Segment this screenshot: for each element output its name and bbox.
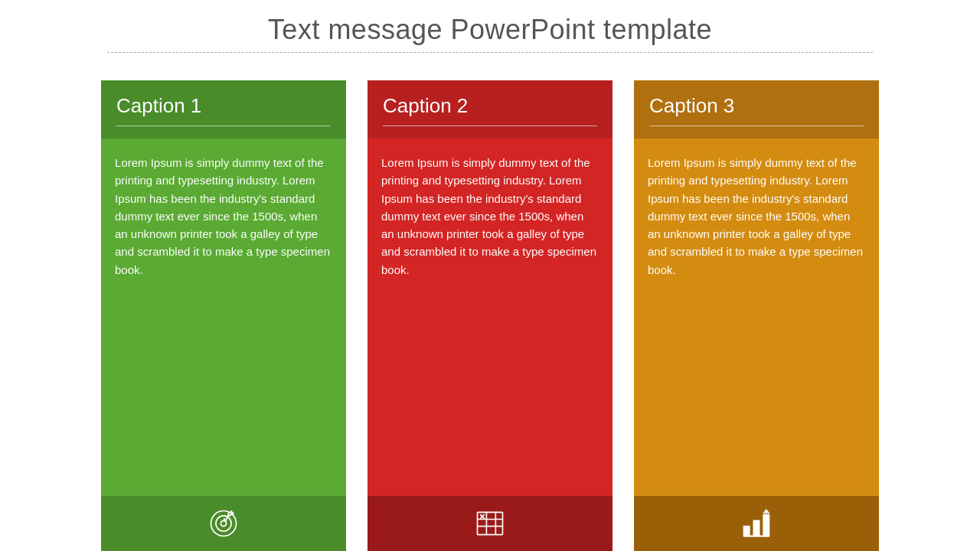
svg-rect-12	[753, 520, 759, 536]
svg-rect-13	[763, 515, 769, 536]
card-3-divider	[649, 126, 864, 126]
card-3-title: Caption 3	[649, 94, 864, 118]
target-icon	[205, 505, 242, 542]
svg-rect-11	[744, 527, 750, 536]
card-1-body: Lorem Ipsum is simply dummy text of the …	[101, 139, 346, 496]
card-1-header: Caption 1	[101, 80, 346, 139]
card-2-header: Caption 2	[368, 80, 612, 139]
grid-icon	[472, 505, 508, 542]
card-3-header: Caption 3	[634, 80, 879, 139]
card-1-divider	[116, 126, 331, 126]
card-2-footer	[368, 496, 612, 551]
cards-container: Caption 1 Lorem Ipsum is simply dummy te…	[0, 57, 980, 551]
card-1: Caption 1 Lorem Ipsum is simply dummy te…	[101, 80, 346, 551]
page-title: Text message PowerPoint template	[61, 14, 919, 46]
svg-point-1	[216, 516, 231, 531]
card-3: Caption 3 Lorem Ipsum is simply dummy te…	[634, 80, 879, 551]
title-divider	[107, 52, 873, 53]
card-1-footer	[101, 496, 346, 551]
card-3-body: Lorem Ipsum is simply dummy text of the …	[634, 139, 879, 496]
card-2: Caption 2 Lorem Ipsum is simply dummy te…	[368, 80, 612, 551]
card-2-title: Caption 2	[383, 94, 597, 118]
card-2-divider	[383, 126, 597, 126]
card-3-footer	[634, 496, 879, 551]
card-1-title: Caption 1	[116, 94, 331, 118]
card-2-body: Lorem Ipsum is simply dummy text of the …	[368, 139, 612, 496]
chart-icon	[738, 505, 775, 542]
